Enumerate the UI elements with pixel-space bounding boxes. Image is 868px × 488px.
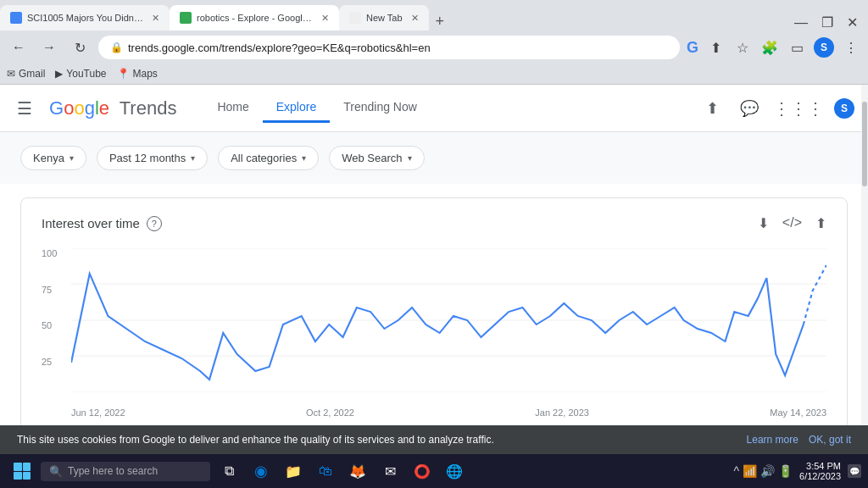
- user-avatar[interactable]: S: [834, 98, 854, 119]
- tab-label-sci: SCI1005 Majors You Didn't Kno...: [27, 13, 143, 23]
- store-button[interactable]: 🛍: [310, 456, 341, 486]
- time-label: Past 12 months: [109, 152, 186, 164]
- learn-more-link[interactable]: Learn more: [747, 434, 798, 446]
- tab-sci[interactable]: SCI1005 Majors You Didn't Kno... ✕: [0, 5, 170, 30]
- tab-close-new[interactable]: ✕: [411, 13, 419, 24]
- category-label: All categories: [231, 152, 297, 164]
- taskbar-system-icons: ^ 📶 🔊 🔋: [733, 464, 793, 478]
- embed-icon[interactable]: </>: [782, 215, 802, 231]
- taskbar-volume-icon[interactable]: 🔊: [760, 464, 775, 478]
- tab-trends[interactable]: robotics - Explore - Google Tren... ✕: [170, 5, 339, 30]
- taskbar-network-icon[interactable]: 📶: [743, 464, 757, 478]
- location-arrow-icon: ▾: [70, 153, 74, 163]
- x-label-may: May 14, 2023: [770, 408, 826, 418]
- trends-wordmark: Trends: [114, 97, 176, 119]
- maps-label: Maps: [133, 68, 158, 80]
- taskbar-battery-icon[interactable]: 🔋: [778, 464, 793, 478]
- taskbar-time-display: 3:54 PM: [799, 461, 841, 471]
- tab-new[interactable]: New Tab ✕: [339, 5, 429, 30]
- trends-header: ☰ Google Trends Home Explore Trending No…: [0, 85, 868, 132]
- share-icon[interactable]: ⬆: [815, 215, 826, 231]
- share-header-icon[interactable]: ⬆: [698, 95, 726, 122]
- refresh-button[interactable]: ↻: [68, 36, 92, 59]
- taskbar-search-input[interactable]: [68, 465, 186, 477]
- y-label-25: 25: [42, 357, 64, 367]
- download-icon[interactable]: ⬇: [758, 215, 769, 231]
- filter-time[interactable]: Past 12 months ▾: [97, 146, 208, 170]
- new-tab-button[interactable]: +: [429, 13, 452, 30]
- bookmark-gmail[interactable]: ✉ Gmail: [7, 68, 45, 80]
- youtube-label: YouTube: [66, 68, 106, 80]
- taskbar-chevron-icon[interactable]: ^: [733, 464, 739, 478]
- edge-icon: ◉: [254, 462, 268, 480]
- lock-icon: 🔒: [110, 42, 123, 53]
- start-button[interactable]: [7, 459, 37, 483]
- filter-location[interactable]: Kenya ▾: [20, 146, 86, 170]
- file-explorer-icon: 📁: [285, 463, 302, 480]
- taskbar-clock[interactable]: 3:54 PM 6/12/2023: [799, 461, 841, 481]
- firefox-button[interactable]: 🦊: [342, 456, 373, 486]
- search-type-arrow-icon: ▾: [408, 153, 412, 163]
- extension-puzzle-icon[interactable]: 🧩: [760, 37, 780, 58]
- profile-avatar[interactable]: S: [814, 37, 834, 58]
- forward-button[interactable]: →: [37, 36, 61, 59]
- task-view-button[interactable]: ⧉: [214, 456, 244, 486]
- nav-home[interactable]: Home: [203, 93, 262, 123]
- x-axis-labels: Jun 12, 2022 Oct 2, 2022 Jan 22, 2023 Ma…: [71, 408, 826, 418]
- google-trends-logo[interactable]: Google Trends: [49, 97, 176, 119]
- tab-close-sci[interactable]: ✕: [152, 13, 159, 24]
- apps-grid-icon[interactable]: ⋮⋮⋮: [773, 98, 824, 119]
- more-options-icon[interactable]: ⋮: [841, 37, 861, 58]
- x-label-jun: Jun 12, 2022: [71, 408, 125, 418]
- chrome-icon: 🌐: [446, 463, 463, 480]
- taskbar-apps: ⧉ ◉ 📁 🛍 🦊 ✉ ⭕ 🌐: [214, 456, 470, 486]
- trend-chart-svg: [71, 248, 826, 392]
- filter-category[interactable]: All categories ▾: [218, 146, 319, 170]
- time-arrow-icon: ▾: [191, 153, 195, 163]
- minimize-button[interactable]: —: [794, 15, 808, 30]
- google-icon: G: [687, 39, 698, 57]
- taskbar-right: ^ 📶 🔊 🔋 3:54 PM 6/12/2023 💬: [733, 461, 861, 481]
- taskbar: 🔍 ⧉ ◉ 📁 🛍 🦊 ✉ ⭕ 🌐 ^ 📶 🔊: [0, 454, 868, 488]
- opera-button[interactable]: ⭕: [407, 456, 437, 486]
- side-panel-icon[interactable]: ▭: [787, 37, 807, 58]
- edge-button[interactable]: ◉: [246, 456, 276, 486]
- filter-search-type[interactable]: Web Search ▾: [329, 146, 424, 170]
- nav-trending[interactable]: Trending Now: [330, 93, 431, 123]
- taskbar-search[interactable]: 🔍: [41, 462, 210, 481]
- close-button[interactable]: ✕: [847, 14, 858, 30]
- cookie-ok-button[interactable]: OK, got it: [809, 434, 851, 446]
- share-browser-icon[interactable]: ⬆: [705, 37, 726, 58]
- y-label-50: 50: [42, 320, 64, 330]
- feedback-icon[interactable]: 💬: [736, 95, 763, 122]
- notification-icon[interactable]: 💬: [848, 464, 861, 478]
- tab-favicon-trends: [180, 12, 192, 24]
- scrollbar-thumb[interactable]: [862, 102, 867, 186]
- chart-area: [71, 248, 826, 392]
- y-label-75: 75: [42, 285, 64, 295]
- bookmark-maps[interactable]: 📍 Maps: [117, 68, 158, 80]
- gmail-label: Gmail: [19, 68, 45, 80]
- filter-bar: Kenya ▾ Past 12 months ▾ All categories …: [0, 132, 868, 184]
- cookie-text: This site uses cookies from Google to de…: [17, 434, 737, 446]
- hamburger-menu[interactable]: ☰: [14, 95, 36, 122]
- restore-button[interactable]: ❐: [821, 14, 833, 30]
- address-bar[interactable]: 🔒 trends.google.com/trends/explore?geo=K…: [98, 36, 680, 59]
- mail-button[interactable]: ✉: [375, 456, 405, 486]
- tab-close-trends[interactable]: ✕: [321, 13, 329, 24]
- y-axis-labels: 100 75 50 25: [42, 248, 71, 392]
- bookmark-youtube[interactable]: ▶ YouTube: [55, 68, 106, 80]
- taskbar-search-icon: 🔍: [49, 465, 63, 478]
- chrome-button[interactable]: 🌐: [439, 456, 470, 486]
- youtube-icon: ▶: [55, 68, 63, 80]
- category-arrow-icon: ▾: [302, 153, 306, 163]
- scrollbar[interactable]: [861, 85, 868, 454]
- help-icon[interactable]: ?: [147, 216, 162, 231]
- file-explorer-button[interactable]: 📁: [278, 456, 309, 486]
- nav-explore[interactable]: Explore: [263, 93, 330, 123]
- bookmark-star-icon[interactable]: ☆: [732, 37, 753, 58]
- windows-logo-icon: [14, 463, 31, 480]
- back-button[interactable]: ←: [7, 36, 31, 59]
- location-label: Kenya: [33, 152, 64, 164]
- firefox-icon: 🦊: [349, 463, 366, 480]
